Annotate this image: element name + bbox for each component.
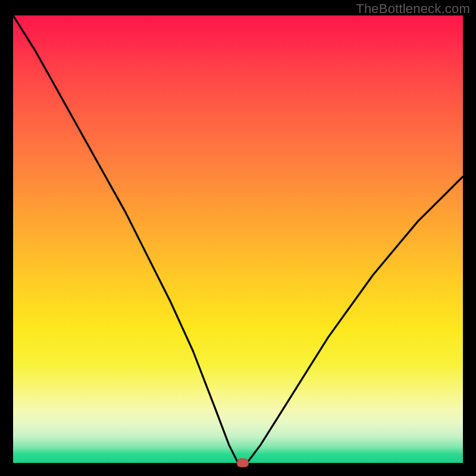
watermark-text: TheBottleneck.com <box>356 1 470 17</box>
bottleneck-curve <box>13 15 463 463</box>
chart-area <box>13 15 463 463</box>
minimum-marker <box>237 459 249 468</box>
curve-path <box>13 15 463 463</box>
page-root: TheBottleneck.com <box>0 0 476 476</box>
